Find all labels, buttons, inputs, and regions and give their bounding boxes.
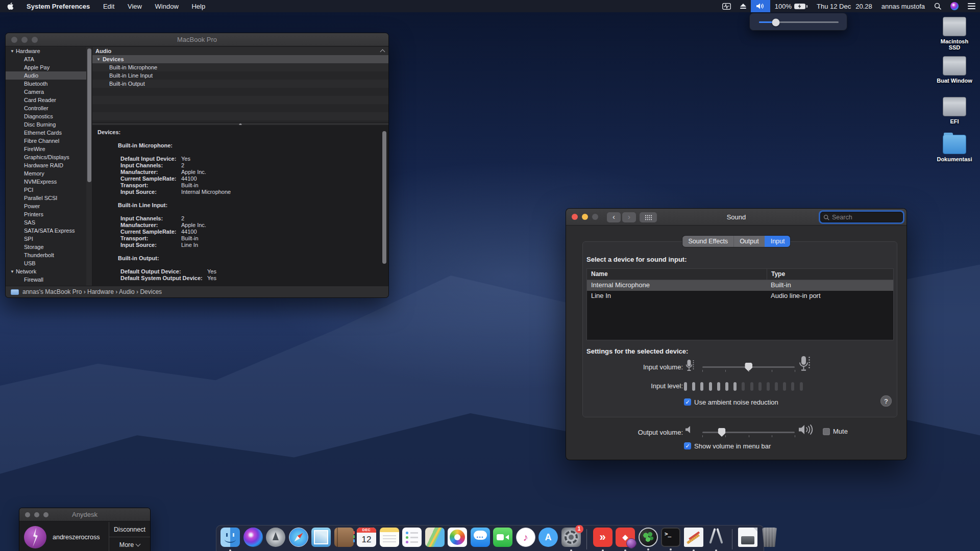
- dock-icon-photos[interactable]: [448, 528, 467, 547]
- spotlight-search-icon[interactable]: [929, 0, 946, 12]
- dock-icon-tor-browser[interactable]: ◆: [616, 528, 635, 547]
- minimize-button[interactable]: [582, 214, 588, 220]
- back-button[interactable]: ‹: [607, 212, 621, 222]
- sidebar-item[interactable]: SATA/SATA Express: [6, 227, 86, 235]
- search-input[interactable]: [820, 212, 903, 222]
- sidebar-item[interactable]: Thunderbolt: [6, 251, 86, 259]
- volume-popup-slider[interactable]: [759, 21, 839, 23]
- sidebar-item[interactable]: Memory: [6, 169, 86, 178]
- eject-menu-icon[interactable]: [736, 0, 751, 12]
- device-tree-row[interactable]: Built-in Line Input: [92, 71, 388, 80]
- dock-icon-facetime[interactable]: [493, 528, 512, 547]
- tab[interactable]: Sound Effects: [682, 236, 734, 247]
- desktop-icon[interactable]: EFI: [931, 97, 978, 124]
- siri-menu-icon[interactable]: [946, 0, 963, 12]
- dock-icon-calendar[interactable]: DEC 12: [357, 528, 376, 547]
- desktop-icon[interactable]: Buat Window: [931, 56, 978, 84]
- dock-icon-maps[interactable]: [425, 528, 445, 547]
- dock-icon-system-preferences[interactable]: 1: [561, 528, 581, 547]
- device-tree-row[interactable]: Built-in Microphone: [92, 63, 388, 71]
- menu-bar-item[interactable]: System Preferences: [21, 0, 95, 12]
- sidebar-scrollbar[interactable]: [86, 47, 92, 286]
- zoom-button[interactable]: [32, 37, 38, 43]
- details-scrollbar-thumb[interactable]: [382, 131, 386, 264]
- dock-icon-mail[interactable]: [311, 528, 331, 547]
- sidebar-item[interactable]: USB: [6, 259, 86, 267]
- sidebar-item[interactable]: Hardware RAID: [6, 161, 86, 169]
- forward-button[interactable]: ›: [622, 212, 636, 222]
- show-all-preferences-button[interactable]: [640, 212, 657, 222]
- disclosure-triangle-icon[interactable]: ▼: [10, 49, 14, 54]
- dock-icon-document[interactable]: [738, 528, 757, 547]
- menu-bar-item[interactable]: Window: [150, 0, 184, 12]
- window-title-bar[interactable]: MacBook Pro: [6, 33, 388, 46]
- table-row[interactable]: Line In Audio line-in port: [587, 291, 893, 302]
- collapse-chevron-icon[interactable]: [380, 49, 385, 55]
- menu-bar-item[interactable]: Edit: [97, 0, 120, 12]
- ambient-noise-checkbox[interactable]: ✓: [684, 398, 691, 406]
- input-volume-slider[interactable]: [702, 366, 795, 368]
- show-volume-checkbox[interactable]: ✓: [684, 442, 691, 449]
- sidebar-item[interactable]: Firewall: [6, 276, 86, 284]
- minimize-button[interactable]: [21, 37, 28, 43]
- sidebar-item[interactable]: Camera: [6, 88, 86, 96]
- sidebar-item[interactable]: Bluetooth: [6, 80, 86, 88]
- disconnect-button[interactable]: Disconnect: [109, 522, 150, 537]
- sidebar-item[interactable]: Card Reader: [6, 96, 86, 104]
- zoom-button[interactable]: [592, 214, 598, 220]
- more-button[interactable]: More: [109, 537, 150, 551]
- tab[interactable]: Input: [765, 236, 791, 247]
- dock-icon-siri[interactable]: [243, 528, 263, 547]
- sidebar-item[interactable]: Controller: [6, 104, 86, 112]
- sidebar-item[interactable]: FireWire: [6, 145, 86, 153]
- desktop-icon[interactable]: Macintosh SSD: [931, 17, 978, 51]
- activity-monitor-menu-icon[interactable]: [718, 0, 736, 12]
- sidebar-item[interactable]: ▼Network: [6, 267, 86, 276]
- sidebar-item[interactable]: ATA: [6, 55, 86, 63]
- volume-popup-knob[interactable]: [772, 18, 779, 26]
- sidebar-item[interactable]: Printers: [6, 210, 86, 218]
- sidebar-item[interactable]: PCI: [6, 186, 86, 194]
- dock-icon-contacts[interactable]: [334, 528, 354, 547]
- dock-icon-green-circle-app[interactable]: [639, 528, 658, 547]
- sidebar-item[interactable]: Audio: [6, 71, 86, 80]
- dock-icon-anydesk[interactable]: »: [593, 528, 612, 547]
- sidebar-item[interactable]: Power: [6, 202, 86, 210]
- sidebar-item[interactable]: SAS: [6, 218, 86, 227]
- mute-checkbox[interactable]: [823, 428, 830, 435]
- dock-icon-terminal[interactable]: >_: [661, 528, 680, 547]
- sidebar-item[interactable]: Ethernet Cards: [6, 129, 86, 137]
- menu-bar-item[interactable]: Help: [186, 0, 211, 12]
- dock-icon-itunes[interactable]: ♪: [516, 528, 535, 547]
- battery-status[interactable]: 100%: [770, 0, 812, 12]
- menu-bar-clock[interactable]: Thu 12 Dec 20.28: [812, 0, 877, 12]
- volume-menu-icon[interactable]: [751, 0, 770, 12]
- help-button[interactable]: ?: [880, 395, 892, 407]
- dock-icon-app-store[interactable]: A: [538, 528, 558, 547]
- minimize-button[interactable]: [34, 512, 39, 517]
- tab[interactable]: Output: [733, 236, 765, 247]
- dock-icon-system-information[interactable]: [706, 528, 726, 547]
- dock-separator[interactable]: [586, 529, 587, 549]
- notification-center-icon[interactable]: [963, 0, 980, 12]
- sidebar-item[interactable]: Parallel SCSI: [6, 194, 86, 202]
- close-button[interactable]: [25, 512, 30, 517]
- dock-icon-finder[interactable]: [220, 528, 240, 547]
- disclosure-triangle-icon[interactable]: ▼: [10, 269, 14, 274]
- dock-icon-safari[interactable]: [289, 528, 308, 547]
- sidebar-item[interactable]: NVMExpress: [6, 178, 86, 186]
- output-volume-slider[interactable]: [702, 432, 795, 433]
- zoom-button[interactable]: [43, 512, 48, 517]
- close-button[interactable]: [572, 214, 578, 220]
- sidebar-item[interactable]: Apple Pay: [6, 63, 86, 71]
- sidebar-item[interactable]: Fibre Channel: [6, 137, 86, 145]
- dock-separator[interactable]: [732, 529, 732, 549]
- apple-menu[interactable]: [0, 0, 21, 12]
- sidebar-item[interactable]: Graphics/Displays: [6, 153, 86, 161]
- menu-bar-item[interactable]: View: [122, 0, 148, 12]
- disclosure-triangle-icon[interactable]: ▼: [96, 57, 101, 62]
- close-button[interactable]: [11, 37, 17, 43]
- window-title-bar[interactable]: Anydesk: [19, 508, 150, 521]
- sidebar-item[interactable]: Storage: [6, 243, 86, 251]
- user-menu[interactable]: annas mustofa: [877, 0, 929, 12]
